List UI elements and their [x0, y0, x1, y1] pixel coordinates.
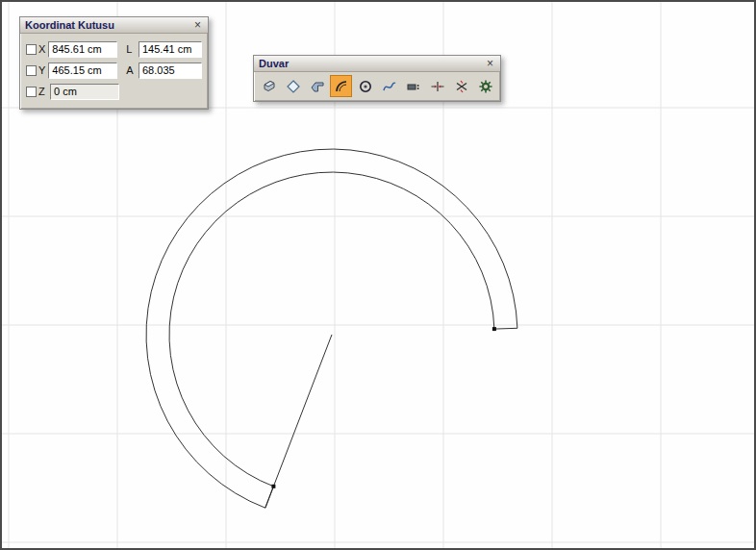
- corner-wall-tool-button[interactable]: [306, 75, 328, 97]
- wall-toolbar-titlebar[interactable]: Duvar ×: [254, 56, 500, 72]
- angle-label: A: [126, 64, 135, 76]
- circle-wall-tool-button[interactable]: [354, 75, 376, 97]
- spline-wall-tool-button[interactable]: [378, 75, 400, 97]
- arc-wall-path[interactable]: [146, 149, 517, 508]
- length-value-field[interactable]: [139, 41, 202, 58]
- close-icon[interactable]: ×: [484, 58, 496, 70]
- coordinate-row-z: Z: [20, 81, 208, 102]
- circle-wall-icon: [358, 79, 373, 94]
- coordinate-row-y: Y A: [20, 60, 208, 81]
- y-value-field[interactable]: [48, 62, 117, 79]
- wall-toolbar-title: Duvar: [259, 58, 289, 69]
- wall-break-icon: [454, 79, 469, 94]
- wall-dimension-tool-button[interactable]: [402, 75, 424, 97]
- x-value-field[interactable]: [48, 41, 117, 58]
- length-label: L: [126, 43, 135, 55]
- y-axis-label: Y: [38, 64, 48, 76]
- z-checkbox[interactable]: [26, 87, 37, 97]
- radius-line: [265, 335, 332, 508]
- polygon-wall-icon: [286, 79, 301, 94]
- y-checkbox[interactable]: [26, 65, 37, 76]
- arc-wall-tool-button[interactable]: [330, 75, 352, 97]
- wall-settings-tool-button[interactable]: [474, 75, 496, 97]
- coordinate-box-title: Koordinat Kutusu: [25, 19, 114, 31]
- wall-toolbar-panel: Duvar ×: [253, 55, 501, 102]
- coordinate-box-body: X L Y A Z: [20, 34, 208, 102]
- corner-wall-icon: [310, 79, 325, 94]
- coordinate-box-panel: Koordinat Kutusu × X L Y A Z: [19, 16, 209, 110]
- wall-toolbar-buttons: [254, 72, 500, 100]
- polygon-wall-tool-button[interactable]: [282, 75, 304, 97]
- handle-start[interactable]: [271, 485, 275, 488]
- wall-break-tool-button[interactable]: [450, 75, 472, 97]
- settings-gear-icon: [478, 79, 493, 94]
- x-axis-label: X: [38, 43, 48, 55]
- handle-end[interactable]: [492, 327, 496, 331]
- coordinate-box-titlebar[interactable]: Koordinat Kutusu ×: [20, 17, 208, 34]
- close-icon[interactable]: ×: [191, 19, 204, 32]
- wall-dimension-icon: [406, 79, 421, 94]
- wall-extend-icon: [430, 79, 445, 94]
- wall-extend-tool-button[interactable]: [426, 75, 448, 97]
- z-axis-label: Z: [38, 86, 50, 97]
- x-checkbox[interactable]: [26, 44, 37, 55]
- wall-tool-button[interactable]: [258, 75, 280, 97]
- angle-value-field[interactable]: [139, 62, 202, 79]
- z-value-field[interactable]: [50, 84, 119, 100]
- wall-icon: [262, 79, 277, 94]
- arc-wall-icon: [334, 79, 349, 94]
- spline-wall-icon: [382, 79, 397, 94]
- coordinate-row-x: X L: [20, 38, 208, 60]
- application-window: Koordinat Kutusu × X L Y A Z: [0, 0, 756, 550]
